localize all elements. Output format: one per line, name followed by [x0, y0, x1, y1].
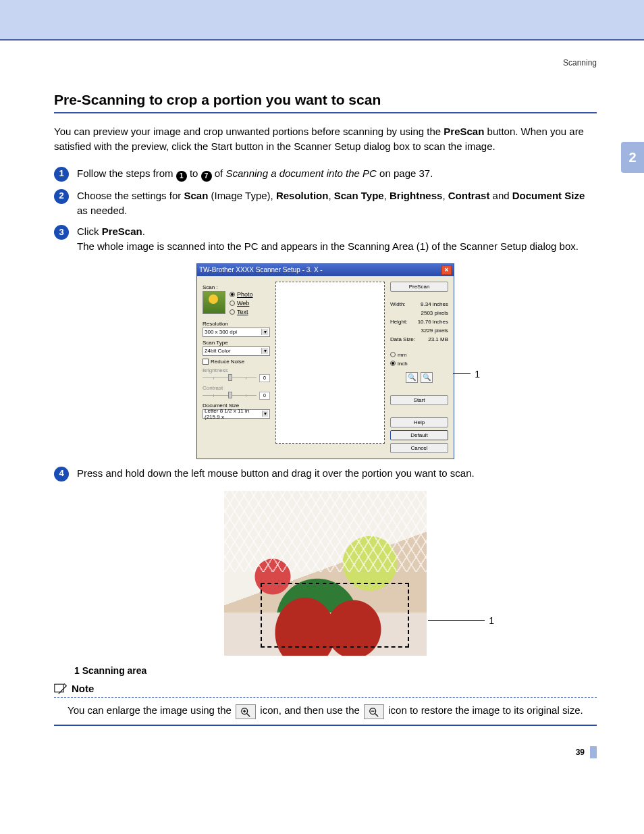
sample-scan-image	[224, 491, 427, 656]
resolution-dropdown[interactable]: 300 x 300 dpi▾	[203, 328, 270, 337]
scan-type-dropdown[interactable]: 24bit Color▾	[203, 346, 270, 356]
callout-1-dialog: 1	[453, 369, 480, 380]
callout-1a-label: 1	[475, 369, 480, 380]
chapter-tab: 2	[621, 142, 644, 173]
prescan-button[interactable]: PreScan	[390, 282, 448, 292]
start-button[interactable]: Start	[390, 395, 448, 405]
zoom-out-icon[interactable]: 🔍	[421, 372, 433, 383]
doc-size-value: Letter 8 1/2 x 11 in (215.9 x	[205, 408, 262, 420]
radio-text[interactable]: Text	[230, 309, 253, 315]
s1-b: to	[187, 167, 201, 179]
s2-b5: Contrast	[448, 190, 490, 201]
scan-type-value: 24bit Color	[205, 348, 231, 354]
callout-1-photo: 1	[428, 615, 494, 626]
unit-inch-label: inch	[398, 361, 408, 367]
note-title: Note	[72, 683, 94, 694]
step-2: 2 Choose the settings for Scan (Image Ty…	[54, 188, 597, 218]
note-body: You can enlarge the image using the icon…	[54, 703, 597, 726]
note-b: icon, and then use the	[260, 704, 363, 716]
s1-ital: Scanning a document into the PC	[225, 167, 376, 179]
s1-a: Follow the steps from	[77, 167, 176, 179]
step-4-body: Press and hold down the left mouse butto…	[77, 466, 597, 481]
step-1: 1 Follow the steps from 1 to 7 of Scanni…	[54, 166, 597, 182]
s2-a2: (Image Type),	[208, 190, 276, 201]
step-2-body: Choose the settings for Scan (Image Type…	[77, 188, 597, 218]
step-3-body: Click PreScan. The whole image is scanne…	[77, 224, 597, 254]
radio-web-label: Web	[237, 300, 249, 307]
s1-d: on page 37.	[377, 167, 433, 179]
page-number: 39	[54, 746, 597, 758]
step-4: 4 Press and hold down the left mouse but…	[54, 466, 597, 481]
zoom-in-icon[interactable]: 🔍	[406, 372, 418, 383]
scan-type-label: Scan Type	[203, 340, 270, 346]
width-pixels: 2503 pixels	[390, 310, 448, 316]
contrast-label: Contrast	[203, 385, 270, 391]
scanner-setup-dialog: TW-Brother XXXX Scanner Setup - 3. X - ×…	[196, 263, 454, 459]
datasize-label: Data Size:	[390, 336, 415, 342]
default-button[interactable]: Default	[390, 430, 448, 440]
s2-a3: ,	[328, 190, 333, 201]
note-header: Note	[54, 683, 597, 698]
note-a: You can enlarge the image using the	[68, 704, 234, 716]
photo-figure: 1	[54, 491, 597, 656]
chevron-down-icon: ▾	[262, 411, 268, 417]
step-3: 3 Click PreScan. The whole image is scan…	[54, 224, 597, 254]
unit-inch-radio[interactable]: inch	[390, 361, 448, 367]
inline-bullet-1: 1	[176, 171, 187, 182]
s2-b1: Scan	[184, 190, 208, 201]
s2-b3: Scan Type	[334, 190, 384, 201]
s2-a4: ,	[384, 190, 390, 201]
breadcrumb: Scanning	[54, 58, 597, 68]
width-label: Width:	[390, 301, 406, 307]
close-icon[interactable]: ×	[441, 265, 452, 275]
intro-paragraph: You can preview your image and crop unwa…	[54, 124, 597, 154]
dialog-left-panel: Scan : Photo Web Text Resolution 300 x 3…	[203, 282, 270, 453]
page-title: Pre-Scanning to crop a portion you want …	[54, 92, 597, 113]
width-value: 8.34 inches	[421, 301, 448, 307]
step-1-badge: 1	[54, 167, 69, 182]
contrast-value: 0	[259, 392, 270, 400]
callout-1b-label: 1	[489, 615, 494, 626]
s2-a6: and	[489, 190, 512, 201]
s2-b6: Document Size	[512, 190, 585, 201]
unit-mm-radio[interactable]: mm	[390, 352, 448, 358]
figure-caption: 1 Scanning area	[74, 665, 597, 676]
unit-mm-label: mm	[398, 352, 406, 358]
help-button[interactable]: Help	[390, 417, 448, 427]
radio-text-label: Text	[237, 309, 248, 315]
contrast-slider[interactable]: 0	[203, 392, 270, 400]
intro-a: You can preview your image and crop unwa…	[54, 126, 444, 137]
page-content: Scanning 2 Pre-Scanning to crop a portio…	[0, 41, 644, 779]
zoom-out-icon[interactable]	[364, 704, 384, 719]
radio-web[interactable]: Web	[230, 300, 253, 307]
s1-c: of	[212, 167, 226, 179]
s2-a5: ,	[442, 190, 448, 201]
height-pixels: 3229 pixels	[390, 328, 448, 334]
svg-rect-0	[55, 684, 63, 692]
datasize-value: 23.1 MB	[428, 336, 448, 342]
zoom-in-icon[interactable]	[236, 704, 256, 719]
brightness-value: 0	[259, 374, 270, 382]
radio-photo[interactable]: Photo	[230, 291, 253, 298]
s2-a: Choose the settings for	[77, 190, 184, 201]
scanning-area-preview[interactable]	[275, 282, 385, 444]
top-band	[0, 0, 644, 41]
note-icon	[54, 683, 68, 694]
step-1-body: Follow the steps from 1 to 7 of Scanning…	[77, 166, 597, 182]
radio-photo-label: Photo	[237, 291, 253, 298]
step-4-badge: 4	[54, 467, 69, 481]
cancel-button[interactable]: Cancel	[390, 443, 448, 453]
reduce-noise-checkbox[interactable]: Reduce Noise	[203, 359, 270, 365]
scan-label: Scan :	[203, 284, 270, 290]
note-c: icon to restore the image to its origina…	[388, 704, 583, 716]
s3-b: PreScan	[102, 226, 142, 237]
brightness-slider[interactable]: 0	[203, 374, 270, 382]
step-3-badge: 3	[54, 225, 69, 240]
doc-size-dropdown[interactable]: Letter 8 1/2 x 11 in (215.9 x▾	[203, 409, 270, 419]
resolution-value: 300 x 300 dpi	[205, 329, 237, 335]
svg-line-2	[247, 713, 250, 716]
reduce-noise-label: Reduce Noise	[211, 359, 244, 365]
s3-c: .	[142, 226, 145, 237]
dialog-figure: TW-Brother XXXX Scanner Setup - 3. X - ×…	[54, 263, 597, 459]
inline-bullet-7: 7	[201, 171, 212, 182]
